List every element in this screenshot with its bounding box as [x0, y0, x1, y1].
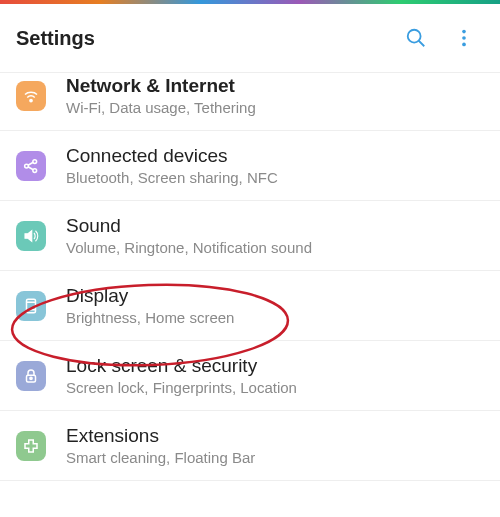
header-bar: Settings [0, 4, 500, 73]
row-subtitle: Brightness, Home screen [66, 309, 484, 326]
svg-point-3 [462, 36, 466, 40]
svg-line-1 [419, 41, 425, 47]
row-subtitle: Wi-Fi, Data usage, Tethering [66, 99, 484, 116]
settings-row-sound[interactable]: Sound Volume, Ringtone, Notification sou… [0, 201, 500, 271]
svg-point-4 [462, 43, 466, 47]
svg-line-9 [28, 162, 33, 165]
row-text: Lock screen & security Screen lock, Fing… [66, 355, 484, 396]
settings-row-lock-security[interactable]: Lock screen & security Screen lock, Fing… [0, 341, 500, 411]
row-title: Network & Internet [66, 75, 484, 97]
page-title: Settings [16, 27, 396, 50]
row-title: Connected devices [66, 145, 484, 167]
svg-point-5 [30, 99, 32, 101]
row-subtitle: Smart cleaning, Floating Bar [66, 449, 484, 466]
row-subtitle: Bluetooth, Screen sharing, NFC [66, 169, 484, 186]
svg-point-15 [30, 377, 32, 379]
row-subtitle: Volume, Ringtone, Notification sound [66, 239, 484, 256]
more-vertical-icon [453, 27, 475, 49]
svg-point-2 [462, 30, 466, 34]
sound-icon [16, 221, 46, 251]
svg-point-0 [408, 30, 421, 43]
settings-list: Network & Internet Wi-Fi, Data usage, Te… [0, 73, 500, 481]
settings-row-extensions[interactable]: Extensions Smart cleaning, Floating Bar [0, 411, 500, 481]
row-text: Extensions Smart cleaning, Floating Bar [66, 425, 484, 466]
display-icon [16, 291, 46, 321]
row-title: Display [66, 285, 484, 307]
row-text: Sound Volume, Ringtone, Notification sou… [66, 215, 484, 256]
settings-row-display[interactable]: Display Brightness, Home screen [0, 271, 500, 341]
row-title: Sound [66, 215, 484, 237]
svg-rect-11 [27, 299, 36, 313]
row-title: Lock screen & security [66, 355, 484, 377]
search-icon [405, 27, 427, 49]
wifi-icon [16, 81, 46, 111]
row-subtitle: Screen lock, Fingerprints, Location [66, 379, 484, 396]
row-text: Network & Internet Wi-Fi, Data usage, Te… [66, 75, 484, 116]
row-text: Connected devices Bluetooth, Screen shar… [66, 145, 484, 186]
search-button[interactable] [396, 18, 436, 58]
settings-row-network[interactable]: Network & Internet Wi-Fi, Data usage, Te… [0, 73, 500, 131]
lock-icon [16, 361, 46, 391]
more-menu-button[interactable] [444, 18, 484, 58]
svg-line-10 [28, 167, 33, 170]
row-title: Extensions [66, 425, 484, 447]
row-text: Display Brightness, Home screen [66, 285, 484, 326]
share-icon [16, 151, 46, 181]
extension-icon [16, 431, 46, 461]
settings-row-connected-devices[interactable]: Connected devices Bluetooth, Screen shar… [0, 131, 500, 201]
